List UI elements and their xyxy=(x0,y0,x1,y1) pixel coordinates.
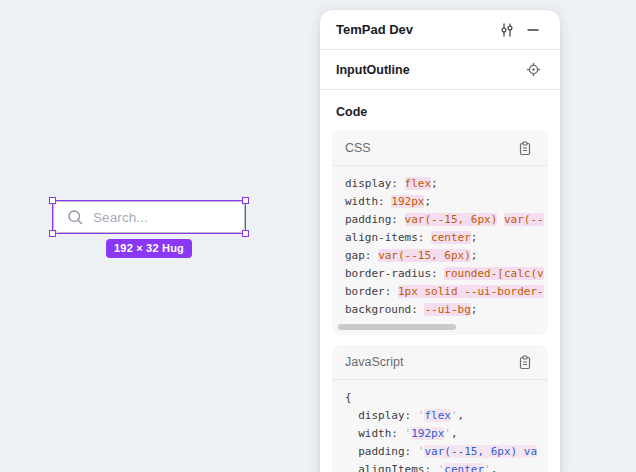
tempad-dev-panel: TemPad Dev InputOutline xyxy=(320,10,560,472)
selected-component[interactable]: Search... 192 × 32 Hug xyxy=(53,201,245,233)
css-code-block: CSS display: flex;width: 192px;padding: … xyxy=(332,131,548,335)
code-line: padding: var(--15, 6px) var(-- xyxy=(345,211,548,229)
sliders-icon[interactable] xyxy=(494,17,520,43)
component-name: InputOutline xyxy=(336,63,520,77)
code-line: { xyxy=(345,389,548,407)
clipboard-icon[interactable] xyxy=(512,349,538,375)
code-line: align-items: center; xyxy=(345,229,548,247)
code-line: alignItems: 'center', xyxy=(345,461,548,472)
code-line: padding: 'var(--15, 6px) va xyxy=(345,443,548,461)
css-h-scrollbar-thumb[interactable] xyxy=(338,324,456,330)
locate-target-icon[interactable] xyxy=(520,57,546,83)
size-badge: 192 × 32 Hug xyxy=(106,239,192,258)
minimize-icon[interactable] xyxy=(520,17,546,43)
code-line: border: 1px solid --ui-border- xyxy=(345,283,548,301)
css-code[interactable]: display: flex;width: 192px;padding: var(… xyxy=(332,166,548,321)
code-line: width: '192px', xyxy=(345,425,548,443)
selected-node-row: InputOutline xyxy=(320,50,560,90)
search-icon xyxy=(67,209,84,226)
js-code[interactable]: { display: 'flex', width: '192px', paddi… xyxy=(332,380,548,472)
code-line: border-radius: rounded-[calc(v xyxy=(345,265,548,283)
css-block-header: CSS xyxy=(332,131,548,166)
panel-header: TemPad Dev xyxy=(320,10,560,50)
css-h-scrollbar[interactable] xyxy=(338,324,542,330)
search-input[interactable]: Search... xyxy=(53,201,245,233)
code-line: display: 'flex', xyxy=(345,407,548,425)
search-placeholder: Search... xyxy=(93,210,148,225)
js-block-label: JavaScript xyxy=(345,355,512,369)
css-block-label: CSS xyxy=(345,141,512,155)
code-line: background: --ui-bg; xyxy=(345,301,548,319)
js-block-header: JavaScript xyxy=(332,345,548,380)
code-line: width: 192px; xyxy=(345,193,548,211)
code-line: display: flex; xyxy=(345,175,548,193)
panel-title: TemPad Dev xyxy=(336,22,494,37)
clipboard-icon[interactable] xyxy=(512,135,538,161)
code-section-label: Code xyxy=(320,90,560,131)
js-code-block: JavaScript { display: 'flex', width: '19… xyxy=(332,345,548,472)
code-line: gap: var(--15, 6px); xyxy=(345,247,548,265)
